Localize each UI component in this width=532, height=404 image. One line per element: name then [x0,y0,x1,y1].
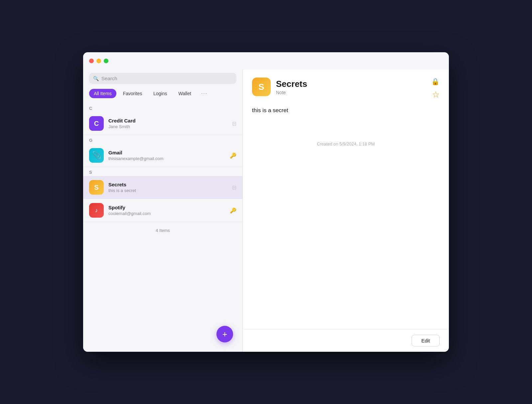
titlebar [83,52,449,70]
tab-more[interactable]: ··· [198,89,211,99]
detail-panel: 🔒 S Secrets Note ☆ this is a secret Crea… [243,70,449,352]
list-item-spotify[interactable]: ♪ Spotify coolemail@gmail.com 🔑 [83,199,242,222]
item-sub-gmail: thisisanexample@gmail.com [108,156,230,161]
item-icon-gmail: 📎 [89,148,104,163]
tab-all-items[interactable]: All Items [89,89,116,98]
detail-subtitle: Note [276,90,307,95]
item-text-credit-card: Credit Card Jane Smith [108,118,232,129]
item-sub-spotify: coolemail@gmail.com [108,211,230,216]
detail-content: this is a secret Created on 5/9/2024, 1:… [243,103,449,329]
item-name-gmail: Gmail [108,150,230,155]
filter-tabs: All Items Favorites Logins Wallet ··· [83,89,242,103]
list-item-secrets[interactable]: S Secrets this is a secret ⊟ [83,176,242,199]
item-icon-spotify: ♪ [89,203,104,218]
section-header-g: G [83,135,242,144]
item-text-secrets: Secrets this is a secret [108,182,232,193]
detail-header-left: S Secrets Note [252,78,307,96]
search-bar[interactable]: 🔍 [89,73,236,84]
detail-note: this is a secret [252,106,440,115]
add-button[interactable]: + [216,326,233,342]
item-name-secrets: Secrets [108,182,232,187]
traffic-lights [89,59,108,63]
search-input[interactable] [101,76,232,81]
edit-button[interactable]: Edit [412,335,440,346]
lock-icon: 🔒 [431,78,440,86]
detail-footer: Edit [243,329,449,352]
item-badge-gmail: 🔑 [230,152,236,159]
detail-created: Created on 5/9/2024, 1:18 PM [252,141,440,146]
tab-wallet[interactable]: Wallet [174,89,196,98]
item-icon-credit-card: C [89,116,104,131]
close-button[interactable] [89,59,94,63]
item-sub-secrets: this is a secret [108,188,232,193]
detail-icon: S [252,78,271,96]
detail-title-group: Secrets Note [276,79,307,95]
item-name-spotify: Spotify [108,205,230,210]
detail-title: Secrets [276,79,307,89]
item-badge-spotify: 🔑 [230,207,236,214]
star-icon[interactable]: ☆ [432,90,440,100]
item-text-spotify: Spotify coolemail@gmail.com [108,205,230,216]
search-icon: 🔍 [93,76,99,81]
item-badge-secrets: ⊟ [232,184,236,191]
item-sub-credit-card: Jane Smith [108,124,232,129]
section-header-s: S [83,167,242,176]
list-item-credit-card[interactable]: C Credit Card Jane Smith ⊟ [83,112,242,135]
item-name-credit-card: Credit Card [108,118,232,123]
list-item-gmail[interactable]: 📎 Gmail thisisanexample@gmail.com 🔑 [83,144,242,167]
minimize-button[interactable] [96,59,101,63]
sidebar: 🔍 All Items Favorites Logins Wallet ··· … [83,70,243,352]
main-content: 🔍 All Items Favorites Logins Wallet ··· … [83,70,449,352]
detail-header: S Secrets Note [243,70,449,103]
tab-favorites[interactable]: Favorites [118,89,147,98]
section-header-c: C [83,103,242,112]
items-count: 4 Items [83,222,242,239]
item-text-gmail: Gmail thisisanexample@gmail.com [108,150,230,161]
main-window: 🔍 All Items Favorites Logins Wallet ··· … [83,52,449,352]
item-icon-secrets: S [89,180,104,195]
maximize-button[interactable] [104,59,108,63]
tab-logins[interactable]: Logins [149,89,172,98]
item-badge-credit-card: ⊟ [232,120,236,127]
